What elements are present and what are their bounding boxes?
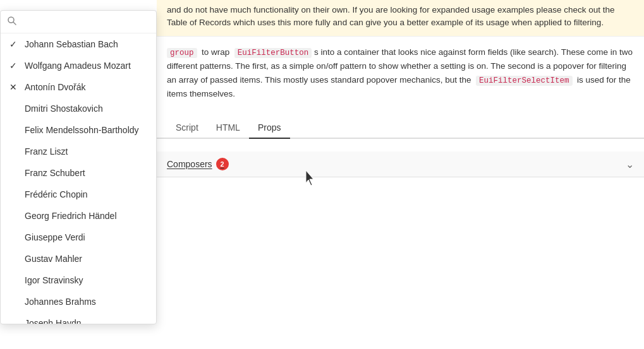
filter-bar: Composers 2 ⌄ bbox=[157, 151, 644, 177]
code-filter-select: EuiFilterSelectItem bbox=[476, 76, 573, 86]
list-item[interactable]: ✓Wolfgang Amadeus Mozart bbox=[1, 55, 156, 76]
list-item[interactable]: Georg Friedrich Händel bbox=[1, 205, 156, 227]
mid-text-1: group to wrap EuiFilterButton s into a c… bbox=[167, 47, 633, 98]
list-item[interactable]: Franz Liszt bbox=[1, 141, 156, 162]
composer-name: Georg Friedrich Händel bbox=[25, 211, 117, 221]
list-item[interactable]: Franz Schubert bbox=[1, 162, 156, 184]
composer-name: Franz Schubert bbox=[25, 168, 85, 178]
list-item[interactable]: Igor Stravinsky bbox=[1, 269, 156, 291]
top-description: and do not have much functionality on th… bbox=[157, 0, 644, 37]
list-item[interactable]: ✕Antonín Dvořák bbox=[1, 76, 156, 98]
search-input[interactable] bbox=[22, 17, 150, 27]
composer-name: Frédéric Chopin bbox=[25, 189, 88, 199]
list-item[interactable]: Dmitri Shostakovich bbox=[1, 98, 156, 119]
filter-badge: 2 bbox=[216, 158, 229, 170]
tab-script[interactable]: Script bbox=[167, 117, 207, 139]
check-icon: ✓ bbox=[9, 39, 20, 49]
tab-html[interactable]: HTML bbox=[207, 117, 249, 139]
search-container bbox=[1, 11, 156, 33]
x-icon: ✕ bbox=[9, 82, 20, 92]
check-icon: ✓ bbox=[9, 61, 20, 71]
list-item[interactable]: Joseph Haydn bbox=[1, 312, 156, 324]
composer-name: Gustav Mahler bbox=[25, 254, 82, 264]
composer-name: Dmitri Shostakovich bbox=[25, 104, 103, 114]
composer-name: Johann Sebastian Bach bbox=[25, 39, 118, 49]
list-item[interactable]: Felix Mendelssohn-Bartholdy bbox=[1, 119, 156, 141]
composer-name: Franz Liszt bbox=[25, 146, 68, 157]
list-item[interactable]: ✓Johann Sebastian Bach bbox=[1, 33, 156, 55]
code-group: group bbox=[167, 48, 197, 58]
composers-filter-button[interactable]: Composers 2 bbox=[167, 158, 229, 170]
composers-filter-label: Composers bbox=[167, 159, 212, 169]
tab-props[interactable]: Props bbox=[249, 117, 290, 139]
list-item[interactable]: Giuseppe Verdi bbox=[1, 227, 156, 248]
composer-name: Igor Stravinsky bbox=[25, 275, 83, 285]
composers-list: ✓Johann Sebastian Bach✓Wolfgang Amadeus … bbox=[1, 33, 156, 324]
list-item[interactable]: Gustav Mahler bbox=[1, 248, 156, 269]
filter-chevron-icon: ⌄ bbox=[626, 158, 634, 170]
mid-description: group to wrap EuiFilterButton s into a c… bbox=[157, 38, 644, 108]
top-description-text: and do not have much functionality on th… bbox=[167, 5, 614, 27]
composer-name: Giuseppe Verdi bbox=[25, 232, 85, 242]
composer-name: Wolfgang Amadeus Mozart bbox=[25, 61, 131, 71]
code-filter-button: EuiFilterButton bbox=[234, 48, 312, 58]
composer-name: Antonín Dvořák bbox=[25, 82, 86, 92]
composer-name: Joseph Haydn bbox=[25, 318, 82, 324]
list-item[interactable]: Johannes Brahms bbox=[1, 291, 156, 312]
composer-dropdown[interactable]: ✓Johann Sebastian Bach✓Wolfgang Amadeus … bbox=[0, 10, 157, 324]
list-item[interactable]: Frédéric Chopin bbox=[1, 184, 156, 205]
tabs-bar: ScriptHTMLProps bbox=[157, 117, 644, 139]
composer-name: Felix Mendelssohn-Bartholdy bbox=[25, 125, 139, 135]
composer-name: Johannes Brahms bbox=[25, 297, 96, 307]
svg-line-1 bbox=[13, 22, 16, 25]
search-icon bbox=[7, 16, 17, 28]
